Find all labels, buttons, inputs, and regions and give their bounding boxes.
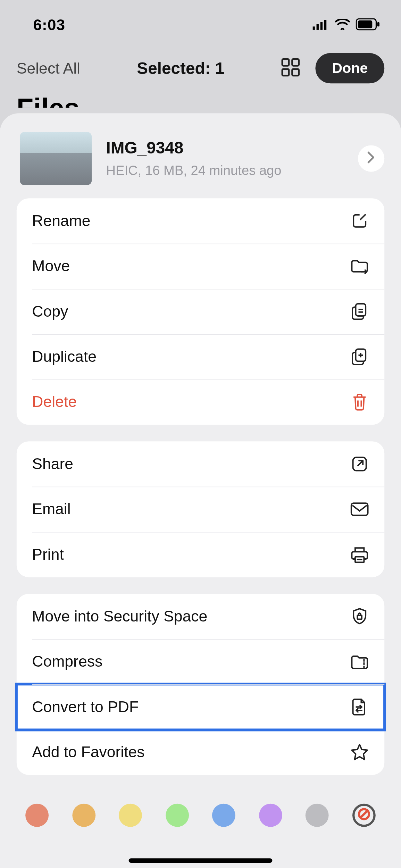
home-indicator[interactable] [129, 858, 273, 863]
duplicate-label: Duplicate [32, 348, 97, 366]
compress-row[interactable]: Compress [17, 639, 385, 684]
selected-count: Selected: 1 [137, 59, 224, 77]
action-group-share: Share Email Print [17, 441, 385, 577]
status-bar: 6:03 [0, 0, 401, 44]
svg-rect-1 [317, 24, 319, 30]
folder-move-icon [350, 257, 369, 276]
security-space-row[interactable]: Move into Security Space [17, 594, 385, 639]
copy-label: Copy [32, 303, 68, 320]
print-row[interactable]: Print [17, 532, 385, 577]
color-swatch-blue[interactable] [212, 804, 235, 827]
svg-rect-6 [377, 22, 379, 27]
share-icon [350, 454, 369, 473]
status-indicators [312, 18, 380, 32]
color-swatch-none[interactable] [352, 804, 376, 827]
action-group-file: Rename Move Copy Duplicate [17, 198, 385, 425]
copy-icon [350, 302, 369, 321]
color-swatch-red[interactable] [25, 804, 49, 827]
svg-rect-14 [351, 503, 368, 515]
svg-rect-5 [358, 20, 372, 28]
select-all-button[interactable]: Select All [17, 59, 80, 77]
printer-icon [350, 545, 369, 564]
delete-label: Delete [32, 393, 77, 411]
pdf-label: Convert to PDF [32, 698, 139, 716]
compress-label: Compress [32, 653, 102, 670]
svg-rect-8 [292, 59, 299, 65]
status-time: 6:03 [33, 17, 65, 34]
color-swatch-green[interactable] [166, 804, 189, 827]
svg-rect-17 [357, 615, 362, 619]
file-meta: HEIC, 16 MB, 24 minutes ago [106, 163, 358, 178]
color-swatch-orange[interactable] [72, 804, 95, 827]
shield-lock-icon [350, 607, 369, 626]
rename-label: Rename [32, 212, 90, 230]
file-detail-button[interactable] [358, 145, 384, 172]
chevron-right-icon [367, 151, 375, 166]
convert-file-icon [350, 698, 369, 716]
duplicate-icon [350, 348, 369, 366]
share-label: Share [32, 455, 73, 473]
file-thumbnail [20, 132, 92, 185]
color-swatch-yellow[interactable] [119, 804, 142, 827]
email-row[interactable]: Email [17, 487, 385, 532]
file-name: IMG_9348 [106, 139, 358, 157]
file-header[interactable]: IMG_9348 HEIC, 16 MB, 24 minutes ago [0, 126, 401, 198]
action-sheet: IMG_9348 HEIC, 16 MB, 24 minutes ago Ren… [0, 113, 401, 868]
copy-row[interactable]: Copy [17, 289, 385, 334]
move-label: Move [32, 257, 70, 275]
convert-pdf-row[interactable]: Convert to PDF [17, 684, 385, 729]
trash-icon [350, 393, 369, 411]
svg-rect-3 [324, 20, 326, 30]
email-label: Email [32, 500, 70, 518]
move-row[interactable]: Move [17, 244, 385, 289]
star-icon [350, 743, 369, 762]
wifi-icon [335, 19, 350, 32]
page-title: Files [0, 94, 401, 108]
action-group-more: Move into Security Space Compress Conver… [17, 594, 385, 775]
delete-row[interactable]: Delete [17, 379, 385, 425]
grid-view-icon[interactable] [281, 58, 300, 78]
svg-rect-2 [320, 22, 323, 30]
svg-rect-9 [282, 69, 289, 75]
favorite-row[interactable]: Add to Favorites [17, 730, 385, 775]
color-swatch-purple[interactable] [259, 804, 282, 827]
cellular-icon [312, 19, 329, 32]
print-label: Print [32, 546, 64, 564]
svg-rect-0 [312, 26, 315, 30]
no-color-icon [357, 807, 371, 824]
svg-rect-7 [282, 59, 289, 65]
edit-icon [350, 211, 369, 230]
duplicate-row[interactable]: Duplicate [17, 334, 385, 379]
color-swatch-gray[interactable] [306, 804, 329, 827]
svg-line-19 [361, 811, 367, 817]
mail-icon [350, 500, 369, 519]
svg-rect-10 [292, 69, 299, 75]
security-label: Move into Security Space [32, 608, 207, 625]
nav-bar: Select All Selected: 1 Done [0, 44, 401, 92]
battery-icon [356, 18, 380, 32]
zip-icon [350, 652, 369, 671]
rename-row[interactable]: Rename [17, 198, 385, 243]
favorite-label: Add to Favorites [32, 743, 144, 761]
done-button[interactable]: Done [315, 53, 384, 83]
color-tag-row [0, 792, 401, 841]
share-row[interactable]: Share [17, 441, 385, 486]
